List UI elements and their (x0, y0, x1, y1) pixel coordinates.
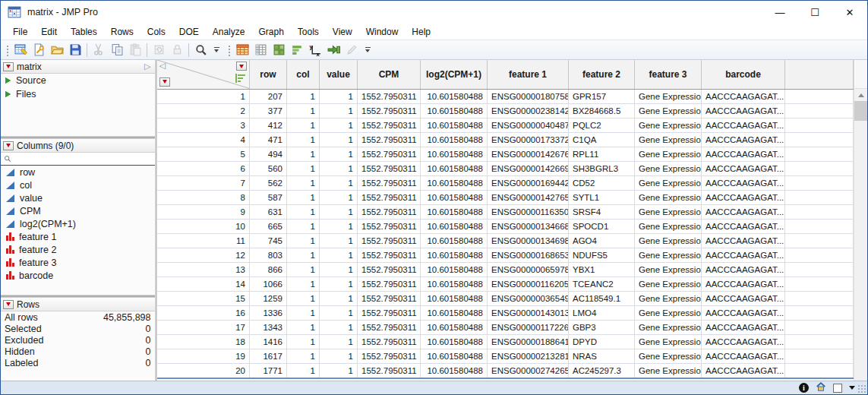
data-cell[interactable]: Gene Expression (635, 233, 702, 248)
data-cell[interactable]: NDUFS5 (569, 248, 635, 262)
data-cell[interactable]: 1259 (250, 291, 287, 305)
data-cell[interactable]: 1 (320, 248, 358, 262)
data-cell[interactable]: Gene Expression (635, 147, 702, 161)
data-cell[interactable]: 1 (287, 305, 320, 320)
data-cell[interactable]: 1 (287, 147, 320, 161)
data-cell[interactable]: Gene Expression (635, 190, 702, 204)
data-cell[interactable]: AACCCAAGAGAT... (702, 118, 785, 132)
new-data-table-icon[interactable] (12, 42, 29, 58)
row-number-cell[interactable]: 13 (157, 262, 250, 276)
column-header-cpm[interactable]: CPM (358, 60, 421, 89)
summary-table-icon[interactable] (252, 42, 269, 58)
column-header-feature-1[interactable]: feature 1 (488, 60, 569, 89)
data-cell[interactable]: 10.601580488 (421, 161, 488, 175)
data-cell[interactable]: 10.601580488 (421, 363, 488, 378)
data-cell[interactable]: 1 (320, 349, 358, 363)
data-cell[interactable]: 1 (320, 334, 358, 349)
data-cell[interactable]: ENSG00000213281 (488, 349, 569, 363)
close-button[interactable]: ✕ (832, 1, 867, 24)
data-cell[interactable]: Gene Expression (635, 89, 702, 103)
data-cell[interactable]: AACCCAAGAGAT... (702, 349, 785, 363)
data-cell[interactable]: 1 (287, 204, 320, 219)
column-item-cpm[interactable]: CPM (1, 204, 155, 217)
data-cell[interactable]: AACCCAAGAGAT... (702, 175, 785, 190)
data-cell[interactable]: 377 (250, 103, 287, 118)
toolbar-overflow-button[interactable] (212, 47, 221, 52)
column-item-barcode[interactable]: barcode (1, 269, 155, 282)
row-number-cell[interactable]: 2 (157, 103, 250, 118)
empty-cell[interactable] (785, 305, 854, 320)
data-cell[interactable]: Gene Expression (635, 291, 702, 305)
row-number-cell[interactable]: 1 (157, 89, 250, 103)
data-cell[interactable]: 1771 (250, 363, 287, 378)
open-icon[interactable] (49, 42, 65, 58)
data-cell[interactable]: Gene Expression (635, 219, 702, 233)
data-cell[interactable]: AGO4 (569, 233, 635, 248)
column-header-log2-cpm-1-[interactable]: log2(CPM+1) (421, 60, 488, 89)
column-item-col[interactable]: col (1, 179, 155, 191)
menu-view[interactable]: View (326, 25, 359, 39)
data-cell[interactable]: 1552.7950311 (358, 219, 421, 233)
disclosure-icon[interactable] (5, 91, 11, 97)
data-cell[interactable]: 1 (320, 305, 358, 320)
row-number-cell[interactable]: 17 (157, 320, 250, 334)
data-cell[interactable]: Gene Expression (635, 161, 702, 175)
column-header-col[interactable]: col (287, 60, 320, 89)
toolbar-grip[interactable] (5, 44, 8, 56)
row-number-cell[interactable]: 5 (157, 147, 250, 161)
data-cell[interactable]: 1552.7950311 (358, 363, 421, 378)
data-cell[interactable]: 631 (250, 204, 287, 219)
row-number-cell[interactable]: 3 (157, 118, 250, 132)
panel-expand-icon[interactable]: ▷ (144, 62, 152, 71)
data-cell[interactable]: AACCCAAGAGAT... (702, 276, 785, 291)
data-cell[interactable]: 1 (320, 320, 358, 334)
empty-cell[interactable] (785, 89, 854, 103)
scrollbar-track[interactable] (854, 121, 867, 381)
column-item-value[interactable]: value (1, 191, 155, 204)
empty-cell[interactable] (785, 233, 854, 248)
data-cell[interactable]: AACCCAAGAGAT... (702, 147, 785, 161)
row-number-cell[interactable]: 7 (157, 175, 250, 190)
data-cell[interactable]: 1336 (250, 305, 287, 320)
row-number-cell[interactable]: 9 (157, 204, 250, 219)
data-cell[interactable]: 1 (320, 147, 358, 161)
empty-cell[interactable] (785, 161, 854, 175)
data-cell[interactable]: 207 (250, 89, 287, 103)
data-cell[interactable]: AACCCAAGAGAT... (702, 233, 785, 248)
columns-search-input[interactable] (14, 153, 155, 164)
run-script-icon[interactable] (325, 42, 342, 58)
data-cell[interactable]: AACCCAAGAGAT... (702, 219, 785, 233)
data-cell[interactable]: ENSG00000169442 (488, 175, 569, 190)
data-cell[interactable]: 1 (287, 276, 320, 291)
row-number-cell[interactable]: 10 (157, 219, 250, 233)
data-cell[interactable]: 1416 (250, 334, 287, 349)
data-cell[interactable]: 1552.7950311 (358, 291, 421, 305)
data-cell[interactable]: 412 (250, 118, 287, 132)
data-cell[interactable]: 10.601580488 (421, 103, 488, 118)
tile-windows-icon[interactable] (270, 42, 287, 58)
data-cell[interactable]: 1 (320, 89, 358, 103)
data-cell[interactable]: 1 (287, 363, 320, 378)
data-cell[interactable]: 1 (287, 161, 320, 175)
data-cell[interactable]: AACCCAAGAGAT... (702, 320, 785, 334)
data-cell[interactable]: ENSG00000142765 (488, 190, 569, 204)
data-cell[interactable]: 1 (287, 334, 320, 349)
data-cell[interactable]: 1 (320, 363, 358, 378)
data-cell[interactable]: 1552.7950311 (358, 118, 421, 132)
data-cell[interactable]: 1552.7950311 (358, 190, 421, 204)
data-cell[interactable]: Gene Expression (635, 276, 702, 291)
data-cell[interactable]: Gene Expression (635, 175, 702, 190)
data-cell[interactable]: ENSG00000117226 (488, 320, 569, 334)
resize-grip-icon[interactable] (857, 384, 866, 393)
column-header-barcode[interactable]: barcode (702, 60, 785, 89)
data-cell[interactable]: ENSG00000040487 (488, 118, 569, 132)
data-cell[interactable]: YBX1 (569, 262, 635, 276)
menu-analyze[interactable]: Analyze (206, 25, 252, 39)
column-header-empty[interactable] (785, 60, 854, 89)
grid-corner-cell[interactable]: ◁ (157, 60, 250, 89)
data-cell[interactable]: ENSG00000142669 (488, 161, 569, 175)
column-header-feature-3[interactable]: feature 3 (635, 60, 702, 89)
data-cell[interactable]: 10.601580488 (421, 262, 488, 276)
data-cell[interactable]: 10.601580488 (421, 204, 488, 219)
menu-file[interactable]: File (6, 25, 34, 39)
